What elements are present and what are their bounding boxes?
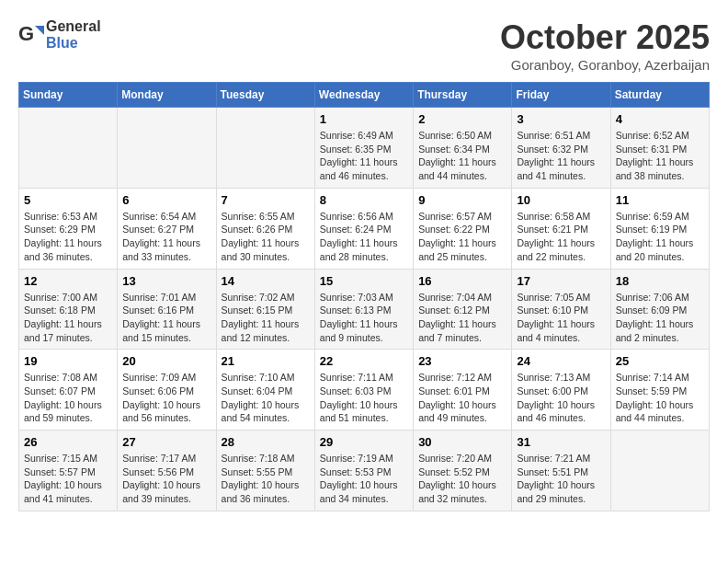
calendar-cell: 20Sunrise: 7:09 AM Sunset: 6:06 PM Dayli… (118, 350, 216, 431)
day-info: Sunrise: 7:17 AM Sunset: 5:56 PM Dayligh… (122, 452, 210, 506)
day-info: Sunrise: 7:13 AM Sunset: 6:00 PM Dayligh… (517, 371, 605, 425)
day-number: 28 (222, 435, 310, 449)
day-number: 19 (24, 354, 112, 368)
weekday-header-friday: Friday (512, 83, 610, 108)
calendar-cell (610, 431, 709, 511)
day-number: 10 (517, 193, 605, 207)
day-info: Sunrise: 7:10 AM Sunset: 6:04 PM Dayligh… (222, 371, 310, 425)
calendar-cell: 25Sunrise: 7:14 AM Sunset: 5:59 PM Dayli… (610, 350, 709, 431)
calendar-cell: 11Sunrise: 6:59 AM Sunset: 6:19 PM Dayli… (610, 188, 709, 269)
day-info: Sunrise: 7:21 AM Sunset: 5:51 PM Dayligh… (517, 452, 605, 506)
day-number: 25 (616, 354, 704, 368)
day-number: 3 (517, 112, 605, 126)
day-number: 13 (122, 274, 210, 288)
calendar-cell: 4Sunrise: 6:52 AM Sunset: 6:31 PM Daylig… (610, 108, 709, 189)
day-number: 11 (616, 193, 704, 207)
weekday-header-tuesday: Tuesday (216, 83, 314, 108)
day-info: Sunrise: 6:54 AM Sunset: 6:27 PM Dayligh… (122, 210, 210, 264)
weekday-header-sunday: Sunday (19, 83, 118, 108)
page-header: G General Blue October 2025 Goranboy, Go… (18, 18, 710, 73)
day-info: Sunrise: 6:51 AM Sunset: 6:32 PM Dayligh… (517, 129, 605, 183)
calendar-cell: 28Sunrise: 7:18 AM Sunset: 5:55 PM Dayli… (216, 431, 314, 511)
day-info: Sunrise: 7:06 AM Sunset: 6:09 PM Dayligh… (616, 291, 704, 345)
day-number: 7 (222, 193, 310, 207)
day-number: 15 (320, 274, 408, 288)
day-info: Sunrise: 7:11 AM Sunset: 6:03 PM Dayligh… (320, 371, 408, 425)
calendar-week-row: 19Sunrise: 7:08 AM Sunset: 6:07 PM Dayli… (19, 350, 710, 431)
svg-marker-1 (35, 26, 44, 35)
logo-icon: G (18, 22, 44, 48)
day-info: Sunrise: 7:09 AM Sunset: 6:06 PM Dayligh… (122, 371, 210, 425)
day-number: 6 (122, 193, 210, 207)
logo-line1: General (46, 18, 101, 35)
day-info: Sunrise: 7:00 AM Sunset: 6:18 PM Dayligh… (24, 291, 112, 345)
day-number: 30 (418, 435, 506, 449)
day-info: Sunrise: 6:56 AM Sunset: 6:24 PM Dayligh… (320, 210, 408, 264)
day-number: 24 (517, 354, 605, 368)
day-info: Sunrise: 6:50 AM Sunset: 6:34 PM Dayligh… (418, 129, 506, 183)
day-number: 29 (320, 435, 408, 449)
day-info: Sunrise: 7:08 AM Sunset: 6:07 PM Dayligh… (24, 371, 112, 425)
day-number: 18 (616, 274, 704, 288)
calendar-cell: 9Sunrise: 6:57 AM Sunset: 6:22 PM Daylig… (414, 188, 512, 269)
calendar-cell: 22Sunrise: 7:11 AM Sunset: 6:03 PM Dayli… (314, 350, 413, 431)
calendar-cell (19, 108, 118, 189)
calendar-cell: 21Sunrise: 7:10 AM Sunset: 6:04 PM Dayli… (216, 350, 314, 431)
calendar-week-row: 26Sunrise: 7:15 AM Sunset: 5:57 PM Dayli… (19, 431, 710, 511)
logo-line2: Blue (46, 35, 101, 52)
calendar-cell (118, 108, 216, 189)
calendar-cell: 30Sunrise: 7:20 AM Sunset: 5:52 PM Dayli… (414, 431, 512, 511)
day-number: 8 (320, 193, 408, 207)
logo: G General Blue (18, 18, 101, 52)
day-info: Sunrise: 7:02 AM Sunset: 6:15 PM Dayligh… (222, 291, 310, 345)
calendar-cell: 27Sunrise: 7:17 AM Sunset: 5:56 PM Dayli… (118, 431, 216, 511)
day-number: 5 (24, 193, 112, 207)
day-number: 4 (616, 112, 704, 126)
calendar-cell: 12Sunrise: 7:00 AM Sunset: 6:18 PM Dayli… (19, 269, 118, 350)
day-number: 9 (418, 193, 506, 207)
day-info: Sunrise: 6:55 AM Sunset: 6:26 PM Dayligh… (222, 210, 310, 264)
calendar-cell: 5Sunrise: 6:53 AM Sunset: 6:29 PM Daylig… (19, 188, 118, 269)
day-number: 26 (24, 435, 112, 449)
day-number: 21 (222, 354, 310, 368)
calendar-cell: 24Sunrise: 7:13 AM Sunset: 6:00 PM Dayli… (512, 350, 610, 431)
day-number: 17 (517, 274, 605, 288)
calendar-cell: 13Sunrise: 7:01 AM Sunset: 6:16 PM Dayli… (118, 269, 216, 350)
calendar-week-row: 5Sunrise: 6:53 AM Sunset: 6:29 PM Daylig… (19, 188, 710, 269)
day-number: 12 (24, 274, 112, 288)
weekday-header-saturday: Saturday (610, 83, 709, 108)
day-number: 20 (122, 354, 210, 368)
calendar-cell: 29Sunrise: 7:19 AM Sunset: 5:53 PM Dayli… (314, 431, 413, 511)
title-block: October 2025 Goranboy, Goranboy, Azerbai… (500, 18, 710, 73)
location-subtitle: Goranboy, Goranboy, Azerbaijan (500, 57, 710, 73)
day-number: 1 (320, 112, 408, 126)
calendar-cell: 14Sunrise: 7:02 AM Sunset: 6:15 PM Dayli… (216, 269, 314, 350)
calendar-cell: 26Sunrise: 7:15 AM Sunset: 5:57 PM Dayli… (19, 431, 118, 511)
day-number: 27 (122, 435, 210, 449)
day-number: 22 (320, 354, 408, 368)
day-info: Sunrise: 7:03 AM Sunset: 6:13 PM Dayligh… (320, 291, 408, 345)
calendar-cell: 16Sunrise: 7:04 AM Sunset: 6:12 PM Dayli… (414, 269, 512, 350)
calendar-cell: 18Sunrise: 7:06 AM Sunset: 6:09 PM Dayli… (610, 269, 709, 350)
day-number: 2 (418, 112, 506, 126)
calendar-cell: 17Sunrise: 7:05 AM Sunset: 6:10 PM Dayli… (512, 269, 610, 350)
day-info: Sunrise: 7:19 AM Sunset: 5:53 PM Dayligh… (320, 452, 408, 506)
weekday-header-monday: Monday (118, 83, 216, 108)
calendar-cell: 2Sunrise: 6:50 AM Sunset: 6:34 PM Daylig… (414, 108, 512, 189)
day-info: Sunrise: 6:49 AM Sunset: 6:35 PM Dayligh… (320, 129, 408, 183)
svg-text:G: G (18, 22, 34, 45)
weekday-header-thursday: Thursday (414, 83, 512, 108)
day-number: 16 (418, 274, 506, 288)
calendar-table: SundayMondayTuesdayWednesdayThursdayFrid… (18, 82, 710, 511)
calendar-cell: 7Sunrise: 6:55 AM Sunset: 6:26 PM Daylig… (216, 188, 314, 269)
calendar-cell: 6Sunrise: 6:54 AM Sunset: 6:27 PM Daylig… (118, 188, 216, 269)
calendar-cell: 31Sunrise: 7:21 AM Sunset: 5:51 PM Dayli… (512, 431, 610, 511)
weekday-header-wednesday: Wednesday (314, 83, 413, 108)
day-info: Sunrise: 7:14 AM Sunset: 5:59 PM Dayligh… (616, 371, 704, 425)
day-info: Sunrise: 7:15 AM Sunset: 5:57 PM Dayligh… (24, 452, 112, 506)
day-number: 23 (418, 354, 506, 368)
month-title: October 2025 (500, 18, 710, 57)
calendar-cell: 1Sunrise: 6:49 AM Sunset: 6:35 PM Daylig… (314, 108, 413, 189)
calendar-cell: 19Sunrise: 7:08 AM Sunset: 6:07 PM Dayli… (19, 350, 118, 431)
calendar-cell: 8Sunrise: 6:56 AM Sunset: 6:24 PM Daylig… (314, 188, 413, 269)
